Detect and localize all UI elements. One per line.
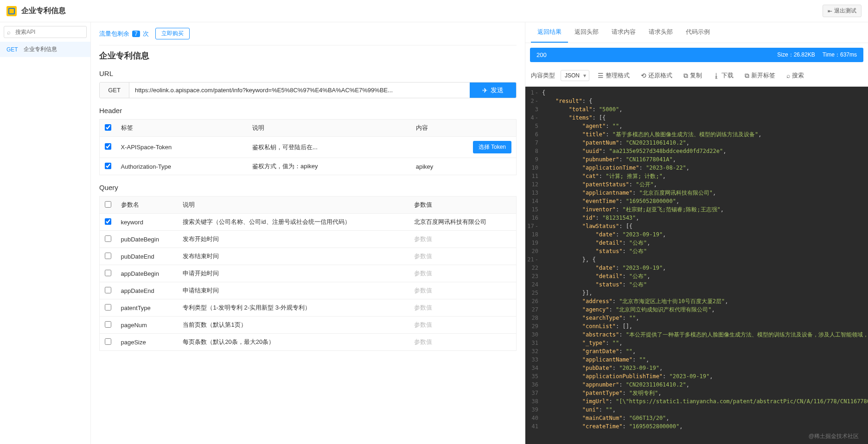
- param-name: keyword: [116, 214, 179, 231]
- param-desc: 申请开始时间: [178, 265, 409, 282]
- row-checkbox[interactable]: [105, 338, 111, 345]
- code-line: 2- "result": {: [525, 97, 868, 105]
- row-checkbox[interactable]: [105, 163, 111, 169]
- param-name: pageSize: [116, 334, 179, 351]
- code-line: 22 "date": "2023-09-19",: [525, 264, 868, 272]
- param-value[interactable]: 参数值: [409, 265, 517, 282]
- content-type-label: 内容类型: [531, 71, 555, 80]
- param-value[interactable]: 北京百度网讯科技有限公司: [409, 214, 517, 231]
- row-checkbox[interactable]: [105, 218, 111, 225]
- param-desc: 发布结束时间: [178, 248, 409, 265]
- sidebar: ⌕ GET 企业专利信息: [0, 22, 91, 444]
- param-value[interactable]: 参数值: [409, 317, 517, 334]
- send-button[interactable]: ✈ 发送: [470, 82, 516, 98]
- quota-count-badge: 7: [132, 31, 140, 37]
- code-line: 12 "patentStatus": "公开",: [525, 180, 868, 189]
- newtab-button[interactable]: ⧉新开标签: [742, 70, 778, 82]
- response-size: Size：26.82KB: [777, 51, 815, 59]
- download-button[interactable]: ⭳下载: [710, 70, 736, 82]
- header-name: Authorization-Type: [116, 158, 248, 175]
- code-line: 29 "connList": [],: [525, 322, 868, 330]
- query-row: pubDateBegin 发布开始时间 参数值: [100, 231, 517, 248]
- code-line: 35 "applicationPublishTime": "2023-09-19…: [525, 372, 868, 381]
- col-label: 标签: [116, 120, 248, 137]
- buy-button[interactable]: 立即购买: [155, 28, 190, 39]
- row-checkbox[interactable]: [105, 287, 111, 293]
- code-line: 37 "patentType": "发明专利",: [525, 389, 868, 397]
- url-label: URL: [99, 70, 517, 77]
- search-api-input[interactable]: [4, 26, 87, 38]
- header-checkall[interactable]: [105, 124, 111, 131]
- restore-button[interactable]: ⟲还原格式: [638, 70, 675, 82]
- code-line: 20 "status": "公布": [525, 247, 868, 255]
- query-row: pageSize 每页条数（默认20条，最大20条） 参数值: [100, 334, 517, 351]
- code-line: 10 "applicationTime": "2023-08-22",: [525, 164, 868, 172]
- status-bar: 200 Size：26.82KB Time：637ms: [530, 48, 863, 62]
- param-value[interactable]: 参数值: [409, 231, 517, 248]
- param-name: appDateEnd: [116, 282, 179, 299]
- code-line: 15 "inventor": "杜宗财;赵亚飞;范锡睿;陈毅;王志强",: [525, 205, 868, 214]
- param-desc: 当前页数（默认第1页）: [178, 317, 409, 334]
- code-line: 31 "_type": "",: [525, 339, 868, 347]
- code-line: 38 "imgUrl": "[\"https://static1.tianyan…: [525, 397, 868, 406]
- param-value[interactable]: 参数值: [409, 282, 517, 299]
- param-value[interactable]: 参数值: [409, 248, 517, 265]
- code-line: 32 "grantDate": "",: [525, 347, 868, 355]
- url-row: GET ✈ 发送: [99, 82, 517, 98]
- response-tab[interactable]: 返回头部: [568, 22, 605, 43]
- url-input[interactable]: [129, 82, 470, 98]
- code-line: 3 "total": "5000",: [525, 105, 868, 114]
- header-content[interactable]: apikey: [411, 158, 517, 175]
- format-select[interactable]: JSON: [561, 70, 589, 81]
- header-row: Authorization-Type 鉴权方式，值为：apikey apikey: [100, 158, 517, 175]
- row-checkbox[interactable]: [105, 304, 111, 311]
- code-pane[interactable]: 1-{2- "result": {3 "total": "5000",4- "i…: [525, 87, 868, 444]
- row-checkbox[interactable]: [105, 253, 111, 259]
- col-pdesc: 说明: [178, 197, 409, 214]
- param-desc: 申请结束时间: [178, 282, 409, 299]
- http-method[interactable]: GET: [100, 82, 129, 98]
- query-row: pubDateEnd 发布结束时间 参数值: [100, 248, 517, 265]
- col-content: 内容: [411, 120, 517, 137]
- copy-button[interactable]: ⧉复制: [681, 70, 705, 82]
- query-row: pageNum 当前页数（默认第1页） 参数值: [100, 317, 517, 334]
- response-tab[interactable]: 返回结果: [531, 22, 568, 43]
- code-line: 14 "eventTime": "1695052800000",: [525, 197, 868, 205]
- api-method-badge: GET: [6, 46, 18, 53]
- header-content[interactable]: 选择 Token: [411, 137, 517, 158]
- response-tab[interactable]: 请求头部: [642, 22, 679, 43]
- param-name: pageNum: [116, 317, 179, 334]
- response-tab[interactable]: 代码示例: [679, 22, 716, 43]
- query-checkall[interactable]: [105, 201, 111, 208]
- param-value[interactable]: 参数值: [409, 299, 517, 317]
- row-checkbox[interactable]: [105, 143, 111, 150]
- code-line: 5 "agent": "",: [525, 122, 868, 130]
- code-line: 33 "applicantName": "",: [525, 355, 868, 364]
- code-line: 39 "uni": "",: [525, 406, 868, 414]
- param-value[interactable]: 参数值: [409, 334, 517, 351]
- exit-test-button[interactable]: ⇤ 退出测试: [823, 5, 862, 17]
- select-token-button[interactable]: 选择 Token: [473, 141, 511, 153]
- beautify-icon: ☰: [598, 72, 604, 79]
- param-name: pubDateEnd: [116, 248, 179, 265]
- query-label: Query: [99, 184, 517, 191]
- row-checkbox[interactable]: [105, 321, 111, 328]
- code-line: 17- "lawStatus": [{: [525, 222, 868, 230]
- search-response-button[interactable]: ⌕搜索: [784, 70, 807, 82]
- query-row: keyword 搜索关键字（公司名称、公司id、注册号或社会统一信用代码） 北京…: [100, 214, 517, 231]
- code-line: 7 "patentNum": "CN202311061410.2",: [525, 139, 868, 147]
- beautify-button[interactable]: ☰整理格式: [595, 70, 632, 82]
- sidebar-api-item[interactable]: GET 企业专利信息: [0, 42, 90, 57]
- quota-text: 流量包剩余: [99, 30, 129, 38]
- code-line: 11 "cat": "计算; 推算; 计数;",: [525, 172, 868, 180]
- header-label: Header: [99, 107, 517, 114]
- logo-icon: [6, 6, 17, 16]
- quota-unit: 次: [143, 30, 149, 38]
- exit-label: 退出测试: [834, 7, 856, 15]
- param-desc: 专利类型（1-发明专利 2-实用新型 3-外观专利）: [178, 299, 409, 317]
- row-checkbox[interactable]: [105, 270, 111, 276]
- response-tab[interactable]: 请求内容: [605, 22, 642, 43]
- code-line: 21- }, {: [525, 255, 868, 264]
- code-line: 13 "applicantname": "北京百度网讯科技有限公司",: [525, 189, 868, 197]
- row-checkbox[interactable]: [105, 235, 111, 242]
